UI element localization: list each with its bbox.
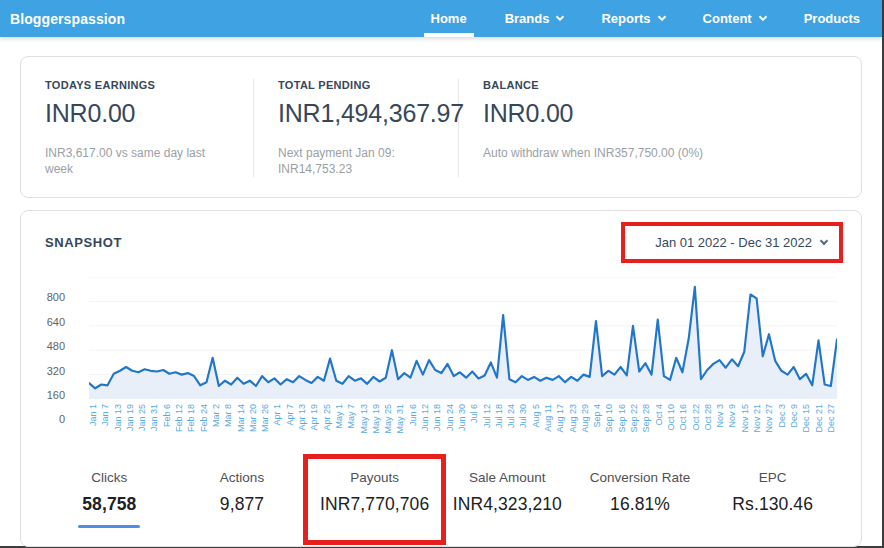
x-tick: Aug 5	[532, 404, 542, 428]
x-tick: Nov 3	[716, 404, 726, 428]
x-tick: Nov 27	[765, 404, 775, 433]
main-nav: HomeBrandsReportsContentProducts	[431, 0, 861, 37]
metric-label: EPC	[710, 470, 835, 485]
chevron-down-icon	[758, 13, 766, 21]
summary-label: TOTAL PENDING	[278, 79, 434, 91]
x-tick: Aug 11	[544, 404, 554, 432]
nav-item-label: Content	[703, 11, 752, 26]
x-tick: Jan 1	[89, 404, 99, 426]
annotation-box-date-range: Jan 01 2022 - Dec 31 2022	[621, 222, 843, 263]
summary-total-pending: TOTAL PENDINGINR1,494,367.97Next payment…	[254, 79, 459, 177]
x-tick: Jun 12	[421, 404, 431, 431]
metric-label: Payouts	[312, 470, 437, 485]
x-tick: Sep 22	[630, 404, 640, 433]
metric-label: Actions	[180, 470, 305, 485]
date-range-selector[interactable]: Jan 01 2022 - Dec 31 2022	[625, 226, 839, 259]
metric-value: 16.81%	[578, 494, 703, 515]
metric-payouts[interactable]: PayoutsINR7,770,706	[308, 459, 441, 540]
x-tick: Jan 19	[126, 404, 136, 431]
x-tick: Apr 1	[273, 404, 283, 426]
x-tick: Jan 7	[101, 404, 111, 426]
x-tick: Nov 21	[753, 404, 763, 433]
nav-item-reports[interactable]: Reports	[601, 0, 664, 37]
metric-clicks[interactable]: Clicks58,758	[43, 459, 176, 540]
chart-y-axis: 8006404803201600	[21, 297, 77, 419]
nav-item-label: Home	[431, 11, 467, 26]
x-tick: Apr 19	[310, 404, 320, 431]
x-tick: Dec 3	[778, 404, 788, 428]
snapshot-title: SNAPSHOT	[45, 235, 122, 250]
metric-value: Rs.130.46	[710, 494, 835, 515]
x-tick: Oct 16	[679, 404, 689, 431]
summary-value: INR0.00	[45, 99, 229, 128]
metric-actions[interactable]: Actions9,877	[176, 459, 309, 540]
x-tick: Jun 6	[409, 404, 419, 426]
metric-value: INR7,770,706	[312, 494, 437, 515]
x-tick: Jul 12	[483, 404, 493, 428]
metric-sale-amount[interactable]: Sale AmountINR4,323,210	[441, 459, 574, 540]
x-tick: May 31	[396, 404, 406, 434]
x-tick: Aug 23	[569, 404, 579, 433]
x-tick: Apr 7	[286, 404, 296, 426]
snapshot-chart: 8006404803201600 Jan 1Jan 7Jan 13Jan 19J…	[21, 277, 837, 451]
chevron-down-icon	[657, 13, 665, 21]
x-tick: Mar 20	[249, 404, 259, 432]
x-tick: Jul 24	[507, 404, 517, 428]
summary-note: Auto withdraw when INR357,750.00 (0%)	[483, 145, 837, 161]
summary-todays-earnings: TODAYS EARNINGSINR0.00INR3,617.00 vs sam…	[21, 79, 254, 177]
nav-item-label: Products	[804, 11, 860, 26]
brand-logo[interactable]: Bloggerspassion	[10, 11, 125, 27]
x-tick: Jan 13	[114, 404, 124, 431]
chevron-down-icon	[556, 13, 564, 21]
x-tick: Jun 24	[446, 404, 456, 431]
nav-item-brands[interactable]: Brands	[505, 0, 564, 37]
y-tick: 320	[47, 365, 65, 377]
summary-note: Next payment Jan 09: INR14,753.23	[278, 145, 428, 177]
summary-label: TODAYS EARNINGS	[45, 79, 229, 91]
metric-value: 9,877	[180, 494, 305, 515]
y-tick: 160	[47, 389, 65, 401]
chevron-down-icon	[820, 237, 828, 245]
x-tick: Jun 18	[433, 404, 443, 431]
x-tick: Dec 15	[802, 404, 812, 433]
x-tick: Jul 30	[519, 404, 529, 428]
metric-epc[interactable]: EPCRs.130.46	[706, 459, 839, 540]
x-tick: Feb 24	[200, 404, 210, 432]
summary-note: INR3,617.00 vs same day last week	[45, 145, 229, 177]
dashboard-page: Bloggerspassion HomeBrandsReportsContent…	[0, 0, 884, 548]
x-tick: Mar 14	[237, 404, 247, 432]
nav-item-content[interactable]: Content	[703, 0, 766, 37]
y-tick: 0	[59, 413, 65, 425]
summary-value: INR1,494,367.97	[278, 99, 434, 128]
x-tick: Mar 2	[212, 404, 222, 427]
x-tick: May 7	[347, 404, 357, 429]
x-tick: Nov 15	[741, 404, 751, 433]
date-range-label: Jan 01 2022 - Dec 31 2022	[655, 235, 812, 250]
y-tick: 480	[47, 340, 65, 352]
nav-item-products[interactable]: Products	[804, 0, 860, 37]
nav-item-home[interactable]: Home	[431, 0, 467, 37]
top-nav-bar: Bloggerspassion HomeBrandsReportsContent…	[0, 0, 882, 37]
x-tick: Oct 4	[655, 404, 665, 426]
metrics-row: Clicks58,758Actions9,877PayoutsINR7,770,…	[43, 459, 839, 540]
x-tick: Apr 13	[298, 404, 308, 431]
metric-conversion-rate[interactable]: Conversion Rate16.81%	[574, 459, 707, 540]
snapshot-card: SNAPSHOT Jan 01 2022 - Dec 31 2022 80064…	[20, 210, 862, 547]
chart-plot-area[interactable]	[89, 277, 837, 399]
summary-value: INR0.00	[483, 99, 837, 128]
x-tick: Mar 26	[261, 404, 271, 432]
y-tick: 640	[47, 316, 65, 328]
x-tick: Sep 4	[593, 404, 603, 428]
x-tick: May 19	[372, 404, 382, 434]
x-tick: Nov 9	[728, 404, 738, 428]
x-tick: Sep 16	[618, 404, 628, 433]
summary-label: BALANCE	[483, 79, 837, 91]
x-tick: Aug 17	[556, 404, 566, 433]
x-tick: Jul 6	[470, 404, 480, 423]
x-tick: Sep 28	[642, 404, 652, 433]
x-tick: Sep 10	[605, 404, 615, 433]
x-tick: Mar 8	[224, 404, 234, 427]
x-tick: May 1	[335, 404, 345, 429]
x-tick: Oct 28	[704, 404, 714, 431]
metric-value: 58,758	[47, 494, 172, 515]
